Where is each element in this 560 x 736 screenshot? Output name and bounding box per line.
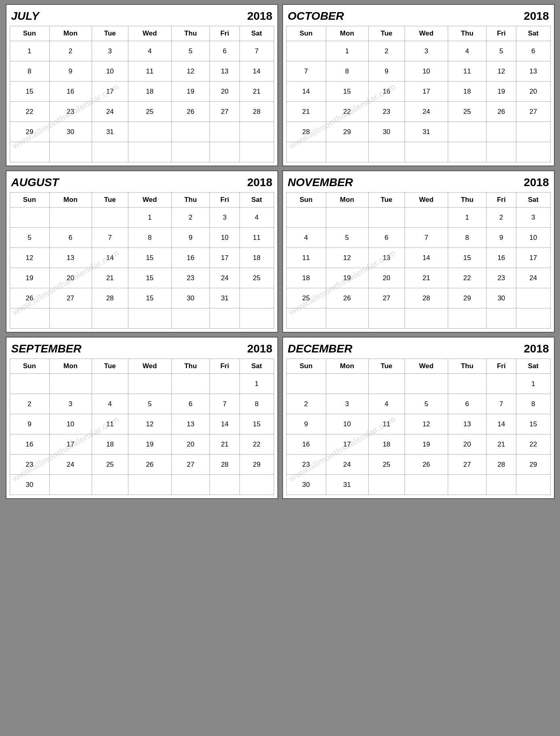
day-cell [516, 122, 550, 142]
day-cell: 21 [239, 82, 274, 102]
day-cell: 5 [10, 228, 49, 248]
day-cell: 17 [49, 434, 92, 455]
day-header: Fri [487, 193, 516, 208]
month-name: OCTOBER [288, 10, 344, 23]
day-cell: 8 [448, 228, 487, 248]
table-row: 28293031 [286, 122, 550, 142]
table-row: 9101112131415 [286, 414, 550, 434]
day-cell: 28 [487, 455, 516, 475]
day-cell: 21 [487, 434, 516, 455]
day-cell: 15 [128, 288, 171, 308]
day-cell: 15 [10, 82, 49, 102]
day-cell: 22 [326, 102, 368, 122]
day-header: Wed [128, 193, 171, 208]
day-cell: 27 [368, 288, 405, 308]
day-cell: 7 [210, 394, 239, 414]
day-cell: 10 [210, 228, 239, 248]
day-cell: 9 [368, 61, 405, 82]
day-header: Sat [516, 193, 550, 208]
day-cell: 26 [405, 455, 448, 475]
day-cell [92, 208, 128, 228]
day-cell: 5 [487, 41, 516, 61]
day-cell [92, 308, 128, 329]
day-cell: 8 [10, 61, 49, 82]
table-row: 22232425262728 [10, 102, 274, 122]
day-cell: 10 [516, 228, 550, 248]
day-cell: 10 [49, 414, 92, 434]
table-row [10, 142, 274, 162]
month-name: AUGUST [11, 176, 59, 189]
day-cell: 31 [92, 122, 128, 142]
day-cell: 11 [368, 414, 405, 434]
day-cell: 21 [92, 268, 128, 288]
day-cell [239, 475, 274, 495]
day-cell: 6 [171, 394, 210, 414]
day-cell [448, 374, 487, 394]
table-row: 2345678 [10, 394, 274, 414]
day-cell: 13 [448, 414, 487, 434]
day-cell: 16 [10, 434, 49, 455]
day-cell: 6 [210, 41, 239, 61]
day-cell [405, 374, 448, 394]
month-august: AUGUST2018SunMonTueWedThuFriSat123456789… [6, 170, 278, 333]
day-cell [92, 374, 128, 394]
day-cell: 11 [448, 61, 487, 82]
day-cell: 11 [92, 414, 128, 434]
day-cell [286, 308, 326, 329]
day-cell: 5 [326, 228, 368, 248]
day-cell: 7 [92, 228, 128, 248]
day-cell [368, 374, 405, 394]
day-cell: 30 [487, 288, 516, 308]
day-cell: 1 [239, 374, 274, 394]
day-cell [210, 475, 239, 495]
day-cell: 26 [487, 102, 516, 122]
day-cell [286, 208, 326, 228]
day-cell: 16 [171, 248, 210, 268]
day-cell: 22 [516, 434, 550, 455]
day-header: Sun [10, 359, 49, 374]
day-cell [10, 208, 49, 228]
table-row: 2345678 [286, 394, 550, 414]
day-header: Sun [10, 193, 49, 208]
day-header: Mon [49, 26, 92, 41]
day-cell: 27 [171, 455, 210, 475]
day-cell: 25 [448, 102, 487, 122]
day-cell: 25 [128, 102, 171, 122]
day-cell: 1 [516, 374, 550, 394]
day-cell: 1 [10, 41, 49, 61]
table-row: 1234 [10, 208, 274, 228]
day-cell [239, 308, 274, 329]
day-cell [286, 41, 326, 61]
day-cell [405, 308, 448, 329]
day-cell [10, 374, 49, 394]
day-cell: 18 [239, 248, 274, 268]
day-cell: 13 [210, 61, 239, 82]
day-cell [487, 475, 516, 495]
day-cell: 19 [487, 82, 516, 102]
day-cell: 2 [368, 41, 405, 61]
day-cell: 8 [239, 394, 274, 414]
day-cell [326, 308, 368, 329]
day-cell [405, 475, 448, 495]
table-row: 1 [10, 374, 274, 394]
day-cell: 16 [368, 82, 405, 102]
day-header: Thu [171, 359, 210, 374]
day-cell: 9 [49, 61, 92, 82]
day-header: Tue [368, 26, 405, 41]
day-cell: 26 [326, 288, 368, 308]
day-cell [210, 374, 239, 394]
day-cell [368, 142, 405, 162]
month-table: SunMonTueWedThuFriSat1234567891011121314… [10, 26, 274, 162]
day-header: Sun [286, 26, 326, 41]
day-cell: 14 [210, 414, 239, 434]
day-cell [49, 374, 92, 394]
month-name: DECEMBER [288, 342, 352, 355]
month-december: DECEMBER2018SunMonTueWedThuFriSat1234567… [282, 337, 555, 499]
day-cell: 11 [286, 248, 326, 268]
day-cell: 24 [49, 455, 92, 475]
table-row: 567891011 [10, 228, 274, 248]
day-cell: 25 [92, 455, 128, 475]
day-cell: 30 [171, 288, 210, 308]
day-cell [487, 308, 516, 329]
table-row: 78910111213 [286, 61, 550, 82]
